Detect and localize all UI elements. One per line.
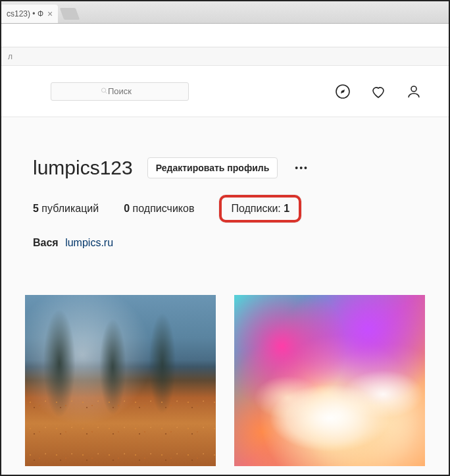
profile-icon[interactable] <box>405 83 422 100</box>
bio-name: Вася <box>33 237 59 248</box>
search-container <box>51 82 189 101</box>
post-thumbnail[interactable] <box>25 295 216 466</box>
bio-link[interactable]: lumpics.ru <box>65 237 113 248</box>
edit-profile-button[interactable]: Редактировать профиль <box>147 157 278 178</box>
bio: Вася lumpics.ru <box>33 237 417 249</box>
bookmark-fragment: л <box>8 52 12 61</box>
followers-count: 0 <box>124 203 130 214</box>
following-count: 1 <box>284 203 289 214</box>
profile-section: lumpics123 Редактировать профиль ••• 5 п… <box>1 117 449 249</box>
following-stat[interactable]: Подписки: 1 <box>219 195 301 223</box>
explore-icon[interactable] <box>334 83 351 100</box>
profile-header-row: lumpics123 Редактировать профиль ••• <box>33 157 417 179</box>
tab-title: cs123) • Ф <box>7 9 43 18</box>
followers-stat[interactable]: 0 подписчиков <box>124 203 194 215</box>
svg-point-4 <box>411 86 416 92</box>
posts-count: 5 <box>33 203 39 214</box>
browser-tab-strip: cs123) • Ф × <box>1 1 449 24</box>
app-header <box>1 66 449 117</box>
header-nav <box>334 83 422 100</box>
heart-icon[interactable] <box>370 83 387 100</box>
username: lumpics123 <box>33 157 133 179</box>
search-input[interactable] <box>51 82 189 101</box>
browser-toolbar <box>1 24 449 47</box>
posts-grid <box>1 249 449 466</box>
svg-marker-3 <box>341 90 345 93</box>
post-thumbnail[interactable] <box>234 295 425 466</box>
new-tab-button[interactable] <box>60 8 80 20</box>
browser-tab[interactable]: cs123) • Ф × <box>1 5 58 23</box>
posts-stat[interactable]: 5 публикаций <box>33 203 99 215</box>
posts-label: публикаций <box>41 203 99 214</box>
bookmarks-bar: л <box>1 47 449 66</box>
stats-row: 5 публикаций 0 подписчиков Подписки: 1 <box>33 195 417 223</box>
more-options-icon[interactable]: ••• <box>292 163 311 173</box>
following-label: Подписки: <box>231 203 280 214</box>
close-icon[interactable]: × <box>47 9 53 18</box>
followers-label: подписчиков <box>133 203 195 214</box>
